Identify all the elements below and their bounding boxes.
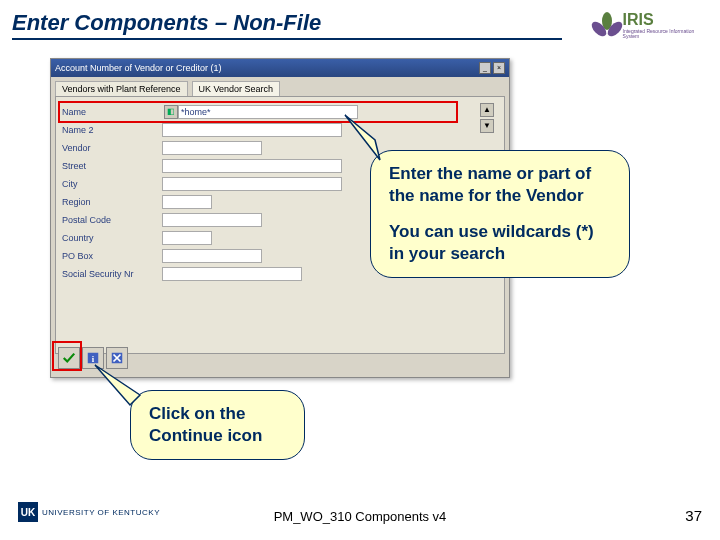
scroll-down-button[interactable]: ▼ (480, 119, 494, 133)
footer-doc-title: PM_WO_310 Components v4 (0, 509, 720, 524)
street-input[interactable] (162, 159, 342, 173)
callout-text-line2: You can use wildcards (*) in your search (389, 221, 611, 265)
iris-logo-text: IRIS (623, 11, 702, 29)
page-number: 37 (685, 507, 702, 524)
lookup-icon[interactable]: ◧ (164, 105, 178, 119)
pobox-input[interactable] (162, 249, 262, 263)
label-pobox: PO Box (62, 251, 162, 261)
callout-small-tail (95, 360, 155, 410)
iris-logo: IRIS Integrated Resource Information Sys… (592, 6, 702, 44)
label-city: City (62, 179, 162, 189)
continue-button[interactable] (58, 347, 80, 369)
city-input[interactable] (162, 177, 342, 191)
iris-logo-subtext: Integrated Resource Information System (623, 29, 702, 39)
region-input[interactable] (162, 195, 212, 209)
row-name2: Name 2 (56, 121, 504, 139)
callout-enter-name: Enter the name or part of the name for t… (370, 150, 630, 278)
minimize-button[interactable]: _ (479, 62, 491, 74)
label-region: Region (62, 197, 162, 207)
callout-small-text: Click on the Continue icon (149, 404, 262, 445)
slide-title: Enter Components – Non-File (12, 10, 562, 40)
ssn-input[interactable] (162, 267, 302, 281)
label-street: Street (62, 161, 162, 171)
dialog-title: Account Number of Vendor or Creditor (1) (55, 63, 222, 73)
postal-input[interactable] (162, 213, 262, 227)
dialog-titlebar: Account Number of Vendor or Creditor (1)… (51, 59, 509, 77)
vendor-input[interactable] (162, 141, 262, 155)
close-window-button[interactable]: × (493, 62, 505, 74)
label-vendor: Vendor (62, 143, 162, 153)
country-input[interactable] (162, 231, 212, 245)
check-icon (62, 351, 76, 365)
name2-input[interactable] (162, 123, 342, 137)
label-name2: Name 2 (62, 125, 162, 135)
callout-click-continue: Click on the Continue icon (130, 390, 305, 460)
label-country: Country (62, 233, 162, 243)
label-name: Name (62, 107, 162, 117)
callout-big-tail (330, 110, 390, 170)
label-ssn: Social Security Nr (62, 269, 162, 279)
callout-text-line1: Enter the name or part of the name for t… (389, 163, 611, 207)
tab-vendors-plant-reference[interactable]: Vendors with Plant Reference (55, 81, 188, 96)
label-postal: Postal Code (62, 215, 162, 225)
scroll-up-button[interactable]: ▲ (480, 103, 494, 117)
tab-uk-vendor-search[interactable]: UK Vendor Search (192, 81, 281, 96)
iris-flower-icon (592, 10, 619, 40)
row-name: Name ◧ *home* (56, 103, 504, 121)
